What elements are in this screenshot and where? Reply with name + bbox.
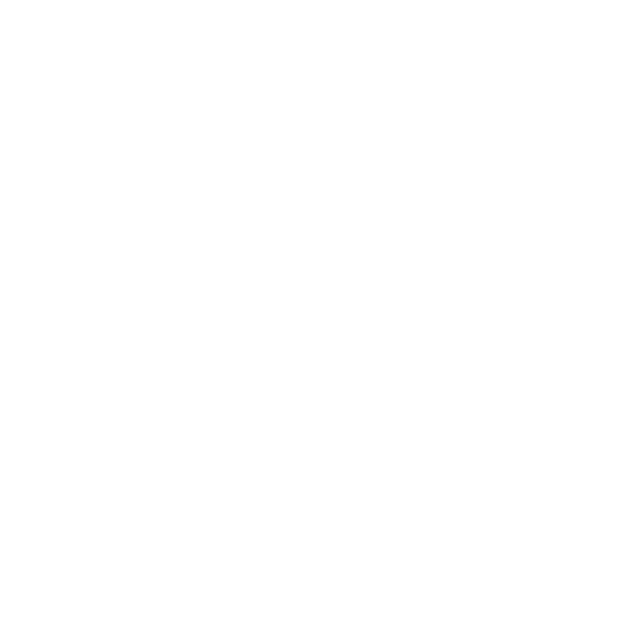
gradient-background [16,24,628,628]
plot-area [8,24,636,636]
plot-svg [8,24,636,636]
chart-container [0,0,644,644]
